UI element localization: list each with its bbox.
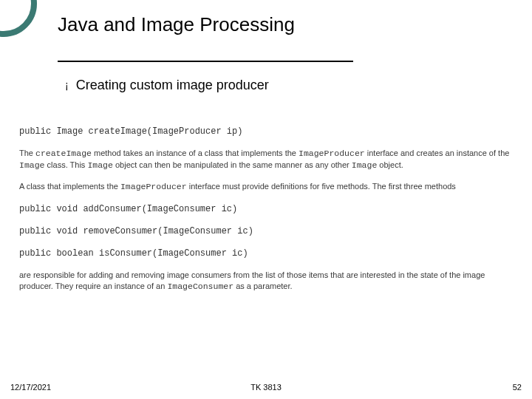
body-content: public Image createImage(ImageProducer i…: [19, 126, 513, 303]
text-span: object can then be manipulated in the sa…: [113, 160, 352, 169]
code-inline: createImage: [35, 149, 92, 158]
text-span: class. This: [45, 160, 88, 169]
code-isconsumer-signature: public boolean isConsumer(ImageConsumer …: [19, 248, 513, 259]
footer-date: 12/17/2021: [10, 383, 51, 392]
footer-course-code: TK 3813: [250, 383, 282, 392]
footer: 12/17/2021 TK 3813 52: [0, 383, 532, 392]
text-span: as a parameter.: [233, 282, 293, 290]
code-removeconsumer-signature: public void removeConsumer(ImageConsumer…: [19, 225, 513, 237]
footer-page-number: 52: [513, 383, 522, 392]
text-span: object.: [377, 160, 403, 169]
code-createimage-signature: public Image createImage(ImageProducer i…: [19, 126, 513, 137]
code-addconsumer-signature: public void addConsumer(ImageConsumer ic…: [19, 203, 513, 215]
code-inline: Image: [19, 160, 45, 170]
text-span: interface must provide definitions for f…: [187, 182, 456, 191]
bullet-marker-icon: ¡: [65, 77, 69, 93]
title-underline: [58, 61, 353, 62]
bullet-item: ¡ Creating custom image producer: [65, 77, 269, 93]
text-span: method takes an instance of a class that…: [92, 149, 299, 157]
paragraph-createimage-desc: The createImage method takes an instance…: [19, 148, 513, 171]
code-inline: ImageProducer: [120, 182, 187, 191]
slide: Java and Image Processing ¡ Creating cus…: [0, 0, 532, 399]
accent-circle-icon: [0, 0, 37, 37]
paragraph-consumer-desc: are responsible for adding and removing …: [19, 270, 513, 292]
code-inline: ImageProducer: [299, 149, 365, 158]
slide-title: Java and Image Processing: [58, 13, 295, 36]
text-span: interface and creates an instance of the: [365, 149, 510, 157]
paragraph-interface-intro: A class that implements the ImageProduce…: [19, 181, 513, 193]
text-span: The: [19, 149, 35, 157]
code-inline: Image: [87, 160, 113, 170]
text-span: A class that implements the: [19, 182, 120, 191]
code-inline: ImageConsumer: [167, 282, 233, 291]
bullet-text: Creating custom image producer: [76, 77, 269, 93]
code-inline: Image: [352, 160, 378, 170]
